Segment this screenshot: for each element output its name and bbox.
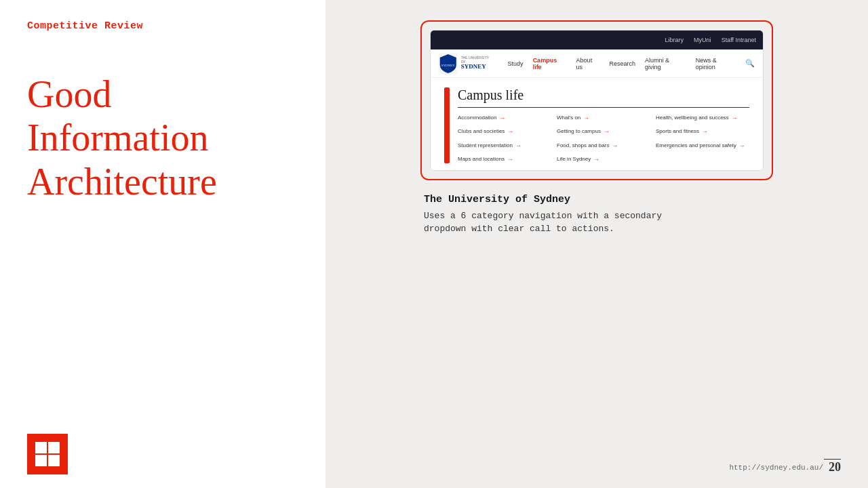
nav-item-getting-to-campus: Getting to campus → <box>557 128 650 135</box>
page-url: http://sydney.edu.au/ <box>729 464 823 472</box>
university-desc: Uses a 6 category navigation with a seco… <box>424 209 770 236</box>
nav-item-accommodation-text: Accommodation <box>458 115 496 121</box>
nav-study: Study <box>508 60 524 67</box>
arrow-icon-6: → <box>702 128 708 135</box>
nav-item-health-text: Health, wellbeing and success <box>656 115 729 121</box>
usyd-logo: SYDNEY THE UNIVERSITY OF SYDNEY <box>439 53 494 75</box>
nav-campus-life: Campus life <box>533 57 567 70</box>
browser-content: Campus life Accommodation → What's on → … <box>431 78 763 170</box>
campus-nav-grid: Accommodation → What's on → Health, well… <box>458 115 749 163</box>
svg-text:SYDNEY: SYDNEY <box>441 63 455 66</box>
company-logo <box>27 434 68 474</box>
arrow-icon-3: → <box>732 115 738 121</box>
arrow-icon-1: → <box>499 115 505 121</box>
logo-cell-4 <box>48 455 60 466</box>
logo-cell-3 <box>35 455 47 466</box>
nav-research: Research <box>609 60 635 67</box>
nav-item-food-text: Food, shops and bars <box>557 142 609 149</box>
nav-item-clubs: Clubs and societies → <box>458 128 551 135</box>
browser-topbar: Library MyUni Staff Intranet <box>431 30 763 49</box>
nav-item-maps-text: Maps and locations <box>458 156 505 163</box>
arrow-icon-4: → <box>507 128 513 135</box>
screenshot-container: Library MyUni Staff Intranet SYDNEY THE … <box>420 20 773 180</box>
arrow-icon-2: → <box>583 115 589 121</box>
nav-item-health: Health, wellbeing and success → <box>656 115 749 121</box>
logo-cell-1 <box>35 442 47 453</box>
university-name: The University of Sydney <box>424 194 770 205</box>
nav-item-life-sydney: Life in Sydney → <box>557 156 650 163</box>
logo-grid <box>35 442 60 466</box>
topbar-staff: Staff Intranet <box>722 37 756 43</box>
nav-item-student-rep-text: Student representation <box>458 142 513 149</box>
browser-mockup: Library MyUni Staff Intranet SYDNEY THE … <box>430 30 764 171</box>
usyd-shield-icon: SYDNEY <box>439 53 458 75</box>
nav-alumni: Alumni & giving <box>645 57 686 70</box>
left-panel: Competitive Review Good Information Arch… <box>0 0 326 488</box>
nav-item-empty <box>656 156 749 163</box>
nav-item-sports-text: Sports and fitness <box>656 128 699 135</box>
arrow-icon-9: → <box>739 142 745 149</box>
arrow-icon-10: → <box>507 156 513 163</box>
content-area: Campus life Accommodation → What's on → … <box>458 87 749 163</box>
arrow-icon-11: → <box>593 156 599 163</box>
sidebar-bar <box>444 87 450 163</box>
topbar-library: Library <box>665 37 684 43</box>
nav-item-sports: Sports and fitness → <box>656 128 749 135</box>
nav-item-clubs-text: Clubs and societies <box>458 128 505 135</box>
nav-item-whats-on-text: What's on <box>557 115 580 121</box>
nav-item-getting-to-campus-text: Getting to campus <box>557 128 601 135</box>
page-number: 20 <box>829 460 841 474</box>
bottom-text: The University of Sydney Uses a 6 catego… <box>420 194 773 236</box>
nav-item-accommodation: Accommodation → <box>458 115 551 121</box>
nav-about: About us <box>576 57 600 70</box>
nav-news: News & opinion <box>696 57 737 70</box>
logo-cell-2 <box>48 442 60 453</box>
nav-search-icon: 🔍 <box>745 59 755 68</box>
competitive-review-label: Competitive Review <box>27 20 298 32</box>
browser-navbar: SYDNEY THE UNIVERSITY OF SYDNEY Study Ca… <box>431 49 763 78</box>
main-title-line1: Good Information <box>27 73 208 159</box>
nav-item-student-rep: Student representation → <box>458 142 551 149</box>
arrow-icon-8: → <box>612 142 618 149</box>
right-panel: Library MyUni Staff Intranet SYDNEY THE … <box>326 0 868 488</box>
nav-item-maps: Maps and locations → <box>458 156 551 163</box>
nav-item-emergencies: Emergencies and personal safety → <box>656 142 749 149</box>
arrow-icon-7: → <box>515 142 521 149</box>
nav-item-emergencies-text: Emergencies and personal safety <box>656 142 736 149</box>
nav-links: Study Campus life About us Research Alum… <box>508 57 737 70</box>
page-number-area: http://sydney.edu.au/ 20 <box>729 460 841 474</box>
main-title: Good Information Architecture <box>27 73 298 203</box>
topbar-myuni: MyUni <box>694 37 711 43</box>
campus-life-title: Campus life <box>458 87 749 108</box>
arrow-icon-5: → <box>604 128 610 135</box>
nav-item-life-sydney-text: Life in Sydney <box>557 156 591 163</box>
main-title-line2: Architecture <box>27 161 217 203</box>
nav-item-food: Food, shops and bars → <box>557 142 650 149</box>
page-divider <box>824 459 841 460</box>
nav-item-whats-on: What's on → <box>557 115 650 121</box>
